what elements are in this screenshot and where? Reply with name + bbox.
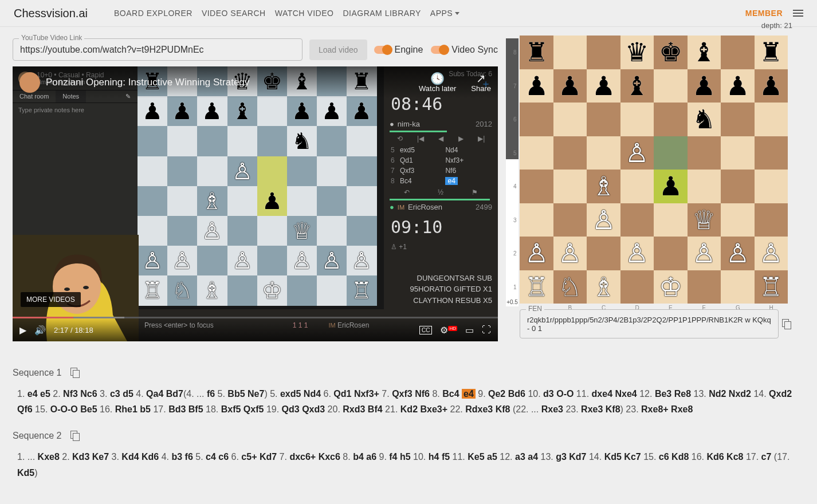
settings-icon[interactable]: ⚙HD <box>440 325 457 336</box>
sequence-1-moves[interactable]: 1. e4 e5 2. Nf3 Nc6 3. c3 d5 4. Qa4 Bd7(… <box>13 386 804 417</box>
share-button[interactable]: ↗Share <box>471 73 491 93</box>
youtube-url-input[interactable]: YouTube Video Link https://youtube.com/w… <box>13 38 303 61</box>
volume-icon[interactable]: 🔊 <box>34 325 46 336</box>
depth-label: depth: 21 <box>520 21 792 30</box>
svg-point-3 <box>83 286 89 289</box>
nav-watch-video[interactable]: WATCH VIDEO <box>275 9 334 18</box>
sequence-2-title: Sequence 2 <box>13 431 61 441</box>
more-videos-button[interactable]: MORE VIDEOS <box>21 292 81 307</box>
svg-point-2 <box>64 288 70 291</box>
engine-toggle[interactable]: Engine <box>374 45 423 55</box>
logo[interactable]: Chessvision.ai <box>14 7 88 20</box>
main-nav: BOARD EXPLORER VIDEO SEARCH WATCH VIDEO … <box>114 9 459 18</box>
cc-icon[interactable]: CC <box>419 326 432 334</box>
analysis-board[interactable]: ♜♛♚♝♜♟♟♟♝♟♟♟♞♙♗♟♙♕♙♙♙♙♙♙♖♘♗♔♖ABCDEFGH123… <box>520 36 788 304</box>
copy-seq2-icon[interactable] <box>70 431 81 441</box>
video-sync-toggle[interactable]: Video Sync <box>431 45 498 55</box>
video-title: Ponziani Opening: Instructive Winning St… <box>46 77 249 88</box>
notes-placeholder: Type private notes here <box>13 103 138 117</box>
lichess-board: ♜♛♚♝♜♟♟♟♝♟♟♟♞♙♗♟♙♕♙♙♙♙♙♙♖♘♗♔♖ <box>138 66 377 306</box>
white-clock: 09:10 <box>384 214 498 241</box>
member-badge[interactable]: MEMBER <box>745 9 783 18</box>
copy-seq1-icon[interactable] <box>70 368 81 378</box>
copy-fen-icon[interactable] <box>782 319 792 329</box>
caret-down-icon <box>455 12 459 15</box>
nav-video-search[interactable]: VIDEO SEARCH <box>202 9 266 18</box>
nav-apps[interactable]: APPS <box>430 9 459 18</box>
sequence-2-moves[interactable]: 1. ... Kxe8 2. Kd3 Ke7 3. Kd4 Kd6 4. b3 … <box>13 449 804 480</box>
youtube-player[interactable]: 10+0 • Casual • Rapid nlm-ka | EricRosen… <box>13 66 498 341</box>
channel-avatar[interactable] <box>19 72 40 93</box>
url-value: https://youtube.com/watch?v=t9H2PUDMnEc <box>20 45 204 54</box>
fen-input[interactable]: FEN r2qkb1r/pppb1ppp/5n2/3P4/2B1p3/2P2Q2… <box>520 309 779 338</box>
sequence-1-title: Sequence 1 <box>13 368 61 378</box>
miniplayer-icon[interactable]: ▭ <box>465 325 474 336</box>
fullscreen-icon[interactable]: ⛶ <box>482 325 491 335</box>
load-video-button[interactable]: Load video <box>309 40 367 60</box>
url-legend: YouTube Video Link <box>19 34 84 42</box>
watch-later-button[interactable]: 🕓Watch later <box>419 73 456 93</box>
hamburger-menu-icon[interactable] <box>793 10 803 17</box>
nav-diagram-library[interactable]: DIAGRAM LIBRARY <box>343 9 421 18</box>
white-player: ●IMEricRosen2499 <box>384 200 498 214</box>
play-icon[interactable]: ▶ <box>19 325 26 336</box>
nav-board-explorer[interactable]: BOARD EXPLORER <box>114 9 193 18</box>
eval-bar: +0.5 <box>506 38 519 306</box>
black-player: ●nim-ka2012 <box>384 117 498 131</box>
video-time: 2:17 / 18:18 <box>54 326 93 334</box>
